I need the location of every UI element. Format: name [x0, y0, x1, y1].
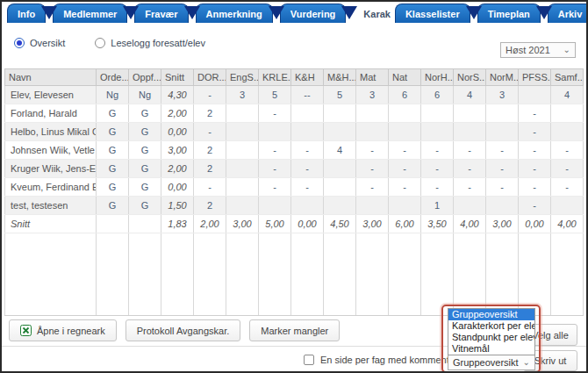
grade-cell[interactable]: -	[551, 178, 584, 197]
grade-cell[interactable]: -	[389, 160, 421, 178]
grade-cell[interactable]	[486, 123, 519, 141]
grade-cell[interactable]: G	[129, 123, 161, 141]
grade-cell[interactable]: -	[519, 123, 551, 141]
grade-cell[interactable]: 0,00	[161, 178, 194, 197]
column-header[interactable]: Oppf...	[129, 69, 161, 86]
grade-cell[interactable]: -	[421, 178, 454, 197]
tab-fravær[interactable]: Fravær	[134, 4, 188, 23]
grade-cell[interactable]: -	[551, 160, 584, 178]
grade-cell[interactable]: -	[356, 141, 389, 160]
grade-cell[interactable]: 2	[194, 160, 226, 178]
protokoll-button[interactable]: Protokoll Avgangskar.	[125, 319, 241, 341]
grade-cell[interactable]: 4	[551, 86, 584, 104]
grade-cell[interactable]: -	[194, 178, 226, 197]
grade-cell[interactable]: 0,00	[519, 215, 551, 233]
grade-cell[interactable]: 3,00	[161, 141, 194, 160]
grade-cell[interactable]	[226, 197, 259, 215]
grade-cell[interactable]	[356, 104, 389, 123]
radio-oversikt[interactable]: Oversikt	[14, 38, 65, 48]
grade-cell[interactable]: -	[486, 178, 519, 197]
grade-cell[interactable]: 2	[194, 197, 226, 215]
dropdown-option-standpunkt-per-elev[interactable]: Standpunkt per elev	[448, 332, 534, 343]
grade-cell[interactable]: --	[291, 86, 324, 104]
grade-cell[interactable]	[226, 123, 259, 141]
grade-cell[interactable]: 3,50	[421, 215, 454, 233]
grade-cell[interactable]: -	[519, 141, 551, 160]
grade-cell[interactable]	[226, 178, 259, 197]
student-name-cell[interactable]: test, testesen	[5, 197, 97, 215]
column-header[interactable]: DOR...	[194, 69, 226, 86]
grade-cell[interactable]	[226, 141, 259, 160]
tab-anmerkning[interactable]: Anmerkning	[196, 4, 273, 23]
grade-cell[interactable]: G	[129, 160, 161, 178]
grade-cell[interactable]	[389, 104, 421, 123]
grade-cell[interactable]	[324, 104, 356, 123]
grade-cell[interactable]	[454, 123, 486, 141]
grade-cell[interactable]: -	[259, 178, 291, 197]
grade-cell[interactable]: 4,30	[161, 86, 194, 104]
grade-cell[interactable]: 4	[454, 86, 486, 104]
tab-arkiv[interactable]: Arkiv	[548, 4, 588, 23]
grade-cell[interactable]: G	[97, 141, 129, 160]
grade-cell[interactable]: 0,00	[291, 215, 324, 233]
grade-cell[interactable]	[129, 215, 161, 233]
grade-cell[interactable]	[324, 178, 356, 197]
grade-cell[interactable]: 1,50	[161, 197, 194, 215]
grade-cell[interactable]	[421, 104, 454, 123]
student-name-cell[interactable]: Forland, Harald	[5, 104, 97, 123]
grade-cell[interactable]	[519, 86, 551, 104]
grade-cell[interactable]: G	[97, 123, 129, 141]
grade-cell[interactable]	[259, 197, 291, 215]
grade-cell[interactable]: -	[389, 141, 421, 160]
grade-cell[interactable]	[324, 123, 356, 141]
grade-cell[interactable]: 2,00	[194, 215, 226, 233]
column-header[interactable]: M&H...	[324, 69, 356, 86]
column-header[interactable]: NorM...	[486, 69, 519, 86]
grade-cell[interactable]	[551, 123, 584, 141]
column-header[interactable]: Snitt	[161, 69, 194, 86]
grade-cell[interactable]	[356, 197, 389, 215]
grade-cell[interactable]: 2,00	[161, 160, 194, 178]
grade-cell[interactable]: 6	[389, 86, 421, 104]
column-header[interactable]: K&H	[291, 69, 324, 86]
grade-cell[interactable]	[259, 123, 291, 141]
grade-cell[interactable]: -	[356, 160, 389, 178]
marker-mangler-button[interactable]: Marker mangler	[249, 319, 340, 341]
grade-cell[interactable]	[551, 104, 584, 123]
column-header[interactable]: NorS...	[454, 69, 486, 86]
grade-cell[interactable]: 3	[356, 86, 389, 104]
grade-cell[interactable]: 3,00	[486, 215, 519, 233]
grade-cell[interactable]	[389, 197, 421, 215]
grade-cell[interactable]: G	[97, 160, 129, 178]
grade-cell[interactable]: -	[519, 160, 551, 178]
grade-cell[interactable]: -	[291, 160, 324, 178]
column-header[interactable]: NorH...	[421, 69, 454, 86]
grade-cell[interactable]: -	[291, 178, 324, 197]
grade-cell[interactable]: G	[129, 178, 161, 197]
grade-cell[interactable]: 2,00	[161, 104, 194, 123]
dropdown-option-karakterkort-per-elev[interactable]: Karakterkort per elev	[448, 320, 534, 332]
grade-cell[interactable]: 3	[486, 86, 519, 104]
grade-cell[interactable]: Ng	[97, 86, 129, 104]
column-header[interactable]: Navn	[5, 69, 97, 86]
dropdown-option-vitnemål[interactable]: Vitnemål	[448, 343, 534, 355]
grade-cell[interactable]: 4	[324, 141, 356, 160]
grade-cell[interactable]: -	[519, 197, 551, 215]
tab-klasselister[interactable]: Klasselister	[395, 4, 470, 23]
grade-cell[interactable]: 0,00	[161, 123, 194, 141]
grade-cell[interactable]: -	[259, 141, 291, 160]
grade-cell[interactable]: 4,50	[324, 215, 356, 233]
grade-cell[interactable]: G	[129, 104, 161, 123]
grade-cell[interactable]: -	[551, 141, 584, 160]
grade-cell[interactable]: -	[389, 178, 421, 197]
grade-cell[interactable]	[324, 197, 356, 215]
grade-cell[interactable]: 3,00	[226, 215, 259, 233]
grade-cell[interactable]	[226, 104, 259, 123]
grade-cell[interactable]: 5	[324, 86, 356, 104]
grade-cell[interactable]: G	[129, 197, 161, 215]
student-name-cell[interactable]: Johnsen Wiik, Vetle Da...	[5, 141, 97, 160]
grade-cell[interactable]	[226, 160, 259, 178]
grade-cell[interactable]: Ng	[129, 86, 161, 104]
tab-medlemmer[interactable]: Medlemmer	[53, 4, 127, 23]
grade-cell[interactable]: G	[97, 197, 129, 215]
